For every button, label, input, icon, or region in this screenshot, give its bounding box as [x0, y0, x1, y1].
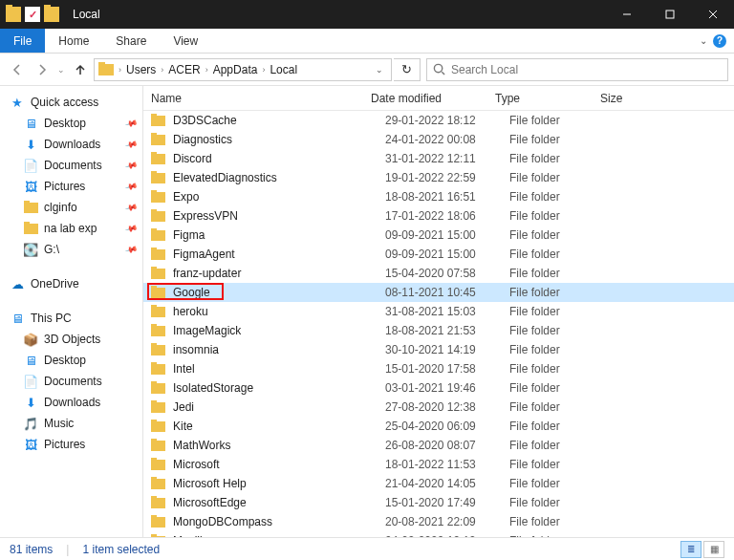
cell-date: 18-01-2022 11:53 — [385, 458, 509, 471]
table-row[interactable]: MathWorks26-08-2020 08:07File folder — [143, 436, 734, 455]
forward-button[interactable] — [31, 58, 54, 81]
sidebar-item[interactable]: 📄Documents📌 — [0, 155, 142, 176]
table-row[interactable]: Jedi27-08-2020 12:38File folder — [143, 398, 734, 417]
sidebar-item[interactable]: 💽G:\📌 — [0, 239, 142, 260]
folder-icon — [151, 288, 165, 298]
folder-icon — [151, 536, 165, 538]
table-row[interactable]: MongoDBCompass20-08-2021 22:09File folde… — [143, 512, 734, 531]
address-dropdown[interactable]: ⌄ — [372, 65, 387, 75]
breadcrumb[interactable]: ACER — [166, 63, 202, 76]
check-icon: ✓ — [25, 7, 40, 22]
window-title: Local — [73, 8, 100, 21]
sidebar-item[interactable]: 🖼Pictures — [0, 434, 142, 455]
chevron-right-icon[interactable]: › — [205, 65, 209, 75]
tab-file[interactable]: File — [0, 29, 45, 53]
folder-icon — [151, 402, 165, 413]
table-row[interactable]: D3DSCache29-01-2022 18:12File folder — [143, 111, 734, 130]
cell-name: Google — [173, 286, 385, 299]
cell-name: franz-updater — [173, 267, 385, 280]
tree-label: Quick access — [31, 96, 98, 109]
tree-onedrive[interactable]: ☁ OneDrive — [0, 273, 142, 294]
sidebar-item[interactable]: clginfo📌 — [0, 197, 142, 218]
cell-type: File folder — [509, 458, 615, 471]
cell-type: File folder — [509, 305, 615, 318]
folder-icon — [151, 479, 165, 489]
chevron-right-icon[interactable]: › — [160, 65, 164, 75]
column-type[interactable]: Type — [495, 92, 600, 105]
table-row[interactable]: ExpressVPN17-01-2022 18:06File folder — [143, 206, 734, 226]
view-icons-button[interactable]: ▦ — [703, 541, 724, 558]
table-row[interactable]: IsolatedStorage03-01-2021 19:46File fold… — [143, 378, 734, 398]
cell-date: 19-01-2022 22:59 — [385, 171, 509, 184]
refresh-button[interactable]: ↻ — [394, 58, 421, 81]
sidebar-item[interactable]: ⬇Downloads📌 — [0, 134, 142, 155]
cell-date: 24-01-2022 00:08 — [385, 133, 509, 146]
breadcrumb[interactable]: AppData — [211, 63, 260, 76]
cell-date: 18-08-2021 21:53 — [385, 324, 509, 337]
status-item-count: 81 items — [10, 543, 53, 556]
view-details-button[interactable]: ≣ — [680, 541, 702, 558]
back-button[interactable] — [6, 58, 29, 81]
table-row[interactable]: ElevatedDiagnostics19-01-2022 22:59File … — [143, 168, 734, 187]
table-row[interactable]: FigmaAgent09-09-2021 15:00File folder — [143, 245, 734, 264]
address-bar[interactable]: › Users › ACER › AppData › Local ⌄ — [94, 58, 392, 81]
tree-this-pc[interactable]: 🖥 This PC — [0, 308, 142, 329]
chevron-down-icon[interactable]: ⌄ — [700, 35, 707, 46]
sidebar-item[interactable]: 🖼Pictures📌 — [0, 176, 142, 197]
table-row[interactable]: insomnia30-10-2021 14:19File folder — [143, 340, 734, 359]
item-icon: ⬇ — [23, 395, 38, 410]
chevron-right-icon[interactable]: › — [261, 65, 266, 75]
sidebar-item[interactable]: 📦3D Objects — [0, 329, 142, 350]
maximize-button[interactable] — [648, 0, 691, 29]
cell-date: 30-10-2021 14:19 — [385, 343, 509, 356]
recent-dropdown[interactable]: ⌄ — [55, 58, 67, 81]
folder-icon — [151, 517, 165, 528]
cell-date: 31-08-2021 15:03 — [385, 305, 509, 318]
table-row[interactable]: Expo18-08-2021 16:51File folder — [143, 187, 734, 206]
folder-icon — [23, 221, 38, 236]
cell-type: File folder — [509, 171, 615, 184]
table-row[interactable]: heroku31-08-2021 15:03File folder — [143, 302, 734, 321]
up-button[interactable] — [69, 58, 92, 81]
sidebar-item[interactable]: 🖥Desktop — [0, 350, 142, 371]
table-row[interactable]: ImageMagick18-08-2021 21:53File folder — [143, 321, 734, 340]
table-row[interactable]: Diagnostics24-01-2022 00:08File folder — [143, 130, 734, 149]
column-date[interactable]: Date modified — [371, 92, 495, 105]
sidebar-item-label: na lab exp — [44, 222, 97, 235]
table-row[interactable]: Microsoft Help21-04-2020 14:05File folde… — [143, 474, 734, 493]
sidebar-item[interactable]: ⬇Downloads — [0, 392, 142, 413]
column-size[interactable]: Size — [600, 92, 677, 105]
close-button[interactable] — [691, 0, 734, 29]
sidebar-item[interactable]: 📄Documents — [0, 371, 142, 392]
table-row[interactable]: Kite25-04-2020 06:09File folder — [143, 417, 734, 436]
tab-home[interactable]: Home — [45, 29, 102, 53]
table-row[interactable]: franz-updater15-04-2020 07:58File folder — [143, 264, 734, 283]
pin-icon: 📌 — [124, 180, 139, 193]
item-icon: 💽 — [23, 242, 38, 257]
breadcrumb[interactable]: Users — [124, 63, 158, 76]
column-name[interactable]: Name — [151, 92, 371, 105]
chevron-right-icon[interactable]: › — [118, 65, 122, 75]
table-row[interactable]: Intel15-01-2020 17:58File folder — [143, 359, 734, 378]
tab-share[interactable]: Share — [102, 29, 160, 53]
cell-type: File folder — [509, 439, 615, 452]
breadcrumb[interactable]: Local — [268, 63, 299, 76]
rows-area[interactable]: D3DSCache29-01-2022 18:12File folderDiag… — [143, 111, 734, 537]
table-row[interactable]: Microsoft18-01-2022 11:53File folder — [143, 455, 734, 474]
table-row[interactable]: Discord31-01-2022 12:11File folder — [143, 149, 734, 168]
sidebar-item[interactable]: 🎵Music — [0, 413, 142, 434]
table-row[interactable]: MicrosoftEdge15-01-2020 17:49File folder — [143, 493, 734, 512]
table-row[interactable]: Google08-11-2021 10:45File folder — [143, 283, 734, 302]
cell-date: 08-11-2021 10:45 — [385, 286, 509, 299]
help-button[interactable]: ? — [713, 34, 726, 48]
minimize-button[interactable] — [605, 0, 648, 29]
table-row[interactable]: Figma09-09-2021 15:00File folder — [143, 226, 734, 245]
table-row[interactable]: Mozilla04-02-2020 19:12File folder — [143, 531, 734, 537]
sidebar-item-label: Documents — [44, 375, 102, 388]
sidebar-item[interactable]: 🖥Desktop📌 — [0, 113, 142, 134]
search-input[interactable]: Search Local — [426, 58, 728, 81]
tab-view[interactable]: View — [160, 29, 211, 53]
navigation-tree[interactable]: ★ Quick access 🖥Desktop📌⬇Downloads📌📄Docu… — [0, 86, 143, 537]
sidebar-item[interactable]: na lab exp📌 — [0, 218, 142, 239]
tree-quick-access[interactable]: ★ Quick access — [0, 92, 142, 113]
